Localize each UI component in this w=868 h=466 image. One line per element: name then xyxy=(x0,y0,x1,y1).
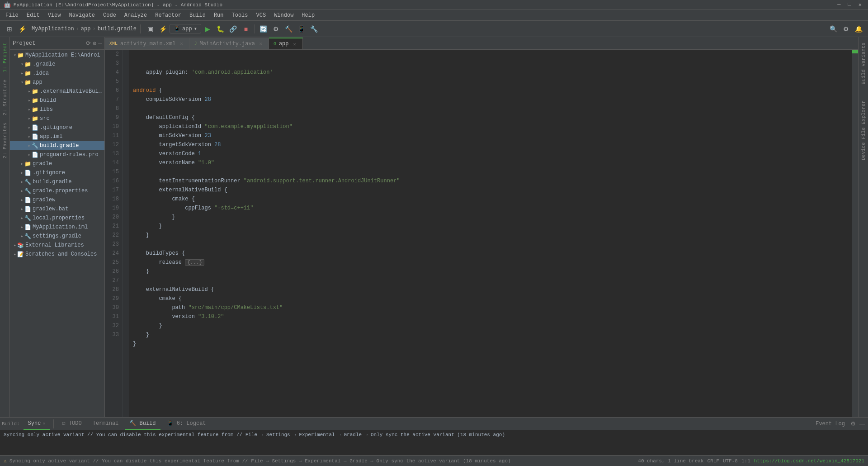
tree-item[interactable]: ▸📄gradlew.bat xyxy=(10,204,104,214)
tree-item[interactable]: ▸📁build xyxy=(10,96,104,105)
sidebar-tab-favorites[interactable]: 2: Favorites xyxy=(1,119,9,162)
status-line-separator[interactable]: CRLF xyxy=(708,458,719,464)
stop-button[interactable]: ■ xyxy=(240,23,252,35)
avd-button[interactable]: 📱 xyxy=(296,23,307,35)
maximize-button[interactable]: □ xyxy=(845,1,854,8)
debug-button[interactable]: 🐛 xyxy=(215,23,226,35)
tree-item[interactable]: ▸📄MyApplication.iml xyxy=(10,223,104,232)
bottom-minimize-button[interactable]: — xyxy=(859,419,866,428)
tree-item[interactable]: ▾📁app xyxy=(10,78,104,87)
breadcrumb-file[interactable]: build.gradle xyxy=(98,26,137,32)
tree-arrow-icon: ▸ xyxy=(28,89,31,94)
close-button[interactable]: ✕ xyxy=(856,1,864,8)
sync-button[interactable]: 🔄 xyxy=(258,23,269,35)
tree-item[interactable]: ▸📄gradlew xyxy=(10,195,104,204)
tree-item[interactable]: ▸📁.externalNativeBuild xyxy=(10,87,104,96)
breadcrumb-project[interactable]: MyApplication xyxy=(32,26,74,32)
menu-item-navigate[interactable]: Navigate xyxy=(65,11,99,19)
toolbar-right: 🔍 ⚙ 🔔 xyxy=(827,23,864,35)
menu-item-refactor[interactable]: Refactor xyxy=(151,11,185,19)
panel-sync-icon[interactable]: ⟳ xyxy=(86,40,91,47)
main-content: 1: Project 2: Structure 2: Favorites Pro… xyxy=(0,37,868,417)
menu-item-edit[interactable]: Edit xyxy=(23,11,43,19)
tree-item[interactable]: ▸🔧build.gradle xyxy=(10,141,104,150)
event-log-button[interactable]: Event Log xyxy=(813,420,848,428)
menu-item-tools[interactable]: Tools xyxy=(228,11,252,19)
tree-item[interactable]: ▸📝Scratches and Consoles xyxy=(10,250,104,259)
tree-item[interactable]: ▸📁.idea xyxy=(10,69,104,78)
sidebar-tab-project[interactable]: 1: Project xyxy=(1,39,9,76)
tree-item[interactable]: ▸🔧settings.gradle xyxy=(10,232,104,241)
breadcrumb-module[interactable]: app xyxy=(81,26,91,32)
tab-close-mainactivity[interactable]: ✕ xyxy=(258,41,264,47)
tree-item[interactable]: ▸🔧gradle.properties xyxy=(10,186,104,195)
sidebar-tab-device-file-explorer[interactable]: Device File Explorer xyxy=(859,97,868,164)
line-number: 9 xyxy=(107,113,119,122)
bottom-tab-terminal[interactable]: Terminal xyxy=(88,418,123,430)
tree-item[interactable]: ▸📁gradle xyxy=(10,159,104,168)
bottom-tab-sync-close[interactable]: ✕ xyxy=(42,421,45,426)
search-everywhere-button[interactable]: 🔍 xyxy=(827,23,839,35)
gradle-button[interactable]: 🔨 xyxy=(283,23,295,35)
notifications-button[interactable]: 🔔 xyxy=(853,23,864,35)
sidebar-tab-build-variants[interactable]: Build Variants xyxy=(859,39,868,88)
panel-settings-icon[interactable]: ⚙ xyxy=(93,40,96,47)
tab-activity-main-xml[interactable]: XML activity_main.xml ✕ xyxy=(105,38,189,49)
project-layout-button[interactable]: ⊞ xyxy=(4,23,15,35)
bottom-tab-todo[interactable]: ☑ TODO xyxy=(57,418,86,430)
target-button[interactable]: ⚡ xyxy=(16,23,28,35)
menu-item-help[interactable]: Help xyxy=(298,11,318,19)
menu-item-window[interactable]: Window xyxy=(270,11,297,19)
settings-button[interactable]: ⚙ xyxy=(840,23,852,35)
tree-item[interactable]: ▾📁.gradle xyxy=(10,60,104,69)
tab-build-gradle[interactable]: G app ✕ xyxy=(269,38,303,49)
build-variants-button[interactable]: ⚙ xyxy=(270,23,282,35)
tree-item[interactable]: ▸📁src xyxy=(10,114,104,123)
attach-button[interactable]: 🔗 xyxy=(227,23,239,35)
bottom-tab-logcat-label: 📱 6: Logcat xyxy=(167,420,206,427)
menu-item-file[interactable]: File xyxy=(2,11,22,19)
run-config-selector[interactable]: 📱 app ▾ xyxy=(170,24,201,33)
tree-item[interactable]: ▸📄.gitignore xyxy=(10,168,104,177)
tree-arrow-icon: ▸ xyxy=(21,170,24,176)
tree-item[interactable]: ▸📚External Libraries xyxy=(10,241,104,250)
tree-item[interactable]: ▸📄proguard-rules.pro xyxy=(10,150,104,159)
bottom-tab-build[interactable]: 🔨 Build xyxy=(125,418,160,430)
status-bar: ⚠ Syncing only active variant // You can… xyxy=(0,455,868,466)
tab-close-activity[interactable]: ✕ xyxy=(178,41,184,47)
tree-item[interactable]: ▸📄app.iml xyxy=(10,132,104,141)
tree-arrow-icon: ▸ xyxy=(28,143,31,148)
tree-item[interactable]: ▾📁MyApplication E:\Androi xyxy=(10,51,104,60)
menu-item-code[interactable]: Code xyxy=(99,11,120,19)
code-line: release {...} xyxy=(133,258,848,267)
tree-item[interactable]: ▸🔧local.properties xyxy=(10,214,104,223)
bottom-tab-sync[interactable]: Sync ✕ xyxy=(24,418,50,430)
toolbar-btn-1[interactable]: ▣ xyxy=(144,23,156,35)
toolbar-btn-2[interactable]: ⚡ xyxy=(157,23,169,35)
status-encoding[interactable]: UTF-8 xyxy=(723,458,738,464)
run-button[interactable]: ▶ xyxy=(202,23,214,35)
code-line: cppFlags "-std=c++11" xyxy=(133,204,848,213)
panel-minimize-icon[interactable]: — xyxy=(98,40,102,47)
menu-item-run[interactable]: Run xyxy=(210,11,227,19)
status-line-info[interactable]: 1:1 xyxy=(741,458,750,464)
tab-label-buildgradle: app xyxy=(279,41,289,47)
sdk-button[interactable]: 🔧 xyxy=(308,23,320,35)
bottom-tab-logcat[interactable]: 📱 6: Logcat xyxy=(162,418,211,430)
menu-item-view[interactable]: View xyxy=(44,11,65,19)
line-number: 11 xyxy=(107,131,119,140)
menu-item-analyze[interactable]: Analyze xyxy=(121,11,151,19)
bottom-settings-button[interactable]: ⚙ xyxy=(849,419,857,428)
tab-close-buildgradle[interactable]: ✕ xyxy=(292,41,298,47)
status-url[interactable]: https://blog.csdn.net/weixin_42517021 xyxy=(754,458,864,464)
sidebar-tab-structure[interactable]: 2: Structure xyxy=(1,76,9,119)
menu-item-vcs[interactable]: VCS xyxy=(253,11,270,19)
menu-item-build[interactable]: Build xyxy=(186,11,209,19)
tree-item[interactable]: ▸📄.gitignore xyxy=(10,123,104,132)
tree-item[interactable]: ▸📁libs xyxy=(10,105,104,114)
minimize-button[interactable]: ─ xyxy=(835,1,843,8)
code-area[interactable]: apply plugin: 'com.android.application' … xyxy=(129,50,852,417)
tree-item[interactable]: ▸🔧build.gradle xyxy=(10,177,104,186)
tab-mainactivity-java[interactable]: J MainActivity.java ✕ xyxy=(189,38,269,49)
status-char-info[interactable]: 40 chars, 1 line break xyxy=(638,458,703,464)
